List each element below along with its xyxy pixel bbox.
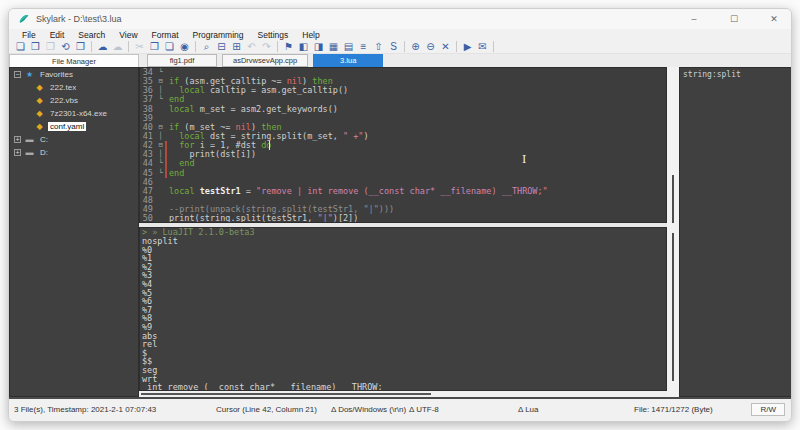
prev-doc-icon[interactable]: ◧	[296, 41, 311, 53]
menu-help[interactable]: Help	[295, 30, 326, 40]
output-console[interactable]: > » LuaJIT 2.1.0-beta3 nosplit%0%1%2%3%4…	[139, 227, 667, 391]
line-list-icon[interactable]: ≡	[356, 41, 371, 53]
search-icon[interactable]: ⌕	[199, 41, 214, 53]
editor-line[interactable]: 44└ end	[140, 159, 666, 168]
copy-icon[interactable]: ❐	[147, 41, 162, 53]
code-token: "remove | int remove (__const char* __fi…	[256, 186, 548, 196]
tree-item-conf.yaml[interactable]: ◆conf.yaml	[10, 120, 138, 133]
console-line: int remove (__const char* __filename) __…	[140, 383, 666, 391]
undo-icon: ↶	[244, 41, 259, 53]
title-bar: Skylark - D:\test\3.lua – ☐ ✕	[9, 9, 791, 29]
tree-item-222.vbs[interactable]: ◆222.vbs	[10, 94, 138, 107]
grid-view-icon[interactable]: ▦	[326, 41, 341, 53]
star-icon: ★	[24, 70, 35, 79]
close-doc-icon[interactable]: ✕	[438, 41, 453, 53]
code-token: m_set = asm2.get_keywords()	[195, 104, 338, 114]
menu-file[interactable]: File	[15, 30, 43, 40]
menu-view[interactable]: View	[112, 30, 144, 40]
editor-scrollbar-thumb[interactable]	[672, 175, 674, 223]
toolbar-group: ☁☁	[95, 41, 125, 53]
console-line: %6	[140, 297, 666, 306]
toolbar-separator	[128, 41, 129, 52]
editor-line[interactable]: 45└end	[140, 169, 666, 178]
revert-file-icon[interactable]: ⟲	[58, 41, 73, 53]
console-line: abs	[140, 332, 666, 341]
toolbar-separator	[277, 41, 278, 52]
tab-3.lua[interactable]: 3.lua	[313, 54, 383, 67]
run-icon[interactable]: ▶	[460, 41, 475, 53]
fold-guide: │	[156, 132, 165, 141]
remove-icon[interactable]: ⊖	[423, 41, 438, 53]
editor-line[interactable]: 38local m_set = asm2.get_keywords()	[140, 105, 666, 114]
status-readwrite[interactable]: R/W	[751, 403, 785, 416]
console-line: %3	[140, 271, 666, 280]
fold-collapse-icon[interactable]: ⊟	[156, 141, 165, 150]
menu-search[interactable]: Search	[71, 30, 112, 40]
tree-item-c:[interactable]: +▬C:	[10, 133, 138, 146]
status-encoding[interactable]: Δ UTF-8	[409, 405, 439, 414]
vertical-scrollbar[interactable]	[667, 67, 679, 397]
status-files-timestamp: 3 File(s), Timestamp: 2021-2-1 07:07:43	[14, 405, 156, 414]
menu-programming[interactable]: Programming	[186, 30, 251, 40]
code-token: calltip = asm.get_calltip()	[205, 85, 348, 95]
tree-item-favorites[interactable]: −★Favorites	[10, 68, 138, 81]
tab-asDrvwsevApp.cpp[interactable]: asDrvwsevApp.cpp	[222, 54, 308, 67]
next-doc-icon[interactable]: ◨	[311, 41, 326, 53]
maximize-button[interactable]: ☐	[727, 14, 741, 24]
record-macro-icon[interactable]: ◉	[177, 41, 192, 53]
add-icon[interactable]: ⊕	[408, 41, 423, 53]
editor-line[interactable]: 50print(string.split(testStr1, "|")[2])	[140, 214, 666, 223]
console-line: %7	[140, 306, 666, 315]
new-file-icon[interactable]: ❏	[13, 41, 28, 53]
paste-icon[interactable]: ❏	[162, 41, 177, 53]
tree-item-label: Favorites	[38, 70, 75, 79]
print-icon[interactable]: ▤	[341, 41, 356, 53]
editor-line[interactable]: 36│ local calltip = asm.get_calltip()	[140, 86, 666, 95]
console-line: seg	[140, 366, 666, 375]
code-token: local	[169, 104, 195, 114]
fold-collapse-icon[interactable]: ⊟	[156, 123, 165, 132]
tab-fig1.pdf[interactable]: fig1.pdf	[147, 54, 217, 67]
close-button[interactable]: ✕	[767, 14, 781, 24]
horizontal-scrollbar-thumb[interactable]	[141, 393, 431, 395]
collapse-icon[interactable]: −	[14, 71, 21, 78]
fold-collapse-icon[interactable]: ⊟	[156, 77, 165, 86]
tree-item-7z2301-x64.exe[interactable]: ◆7z2301-x64.exe	[10, 107, 138, 120]
expand-icon[interactable]: +	[14, 149, 21, 156]
zoom-in-icon[interactable]: ⊞	[229, 41, 244, 53]
cloud-upload-icon[interactable]: ☁	[95, 41, 110, 53]
editor-line[interactable]: 47local testStr1 = "remove | int remove …	[140, 187, 666, 196]
status-line-ending[interactable]: Δ Dos/Windows (\r\n)	[331, 405, 406, 414]
bookmark-icon[interactable]: ⚑	[281, 41, 296, 53]
duplicate-file-icon[interactable]: ❐	[73, 41, 88, 53]
zoom-out-icon[interactable]: ⊟	[214, 41, 229, 53]
feedback-icon[interactable]: ✉	[475, 41, 490, 53]
app-window: Skylark - D:\test\3.lua – ☐ ✕ FileEditSe…	[8, 8, 792, 422]
code-editor[interactable]: 34└35⊟if (asm.get_calltip ~= nil) then36…	[139, 67, 667, 223]
menu-edit[interactable]: Edit	[43, 30, 72, 40]
menu-settings[interactable]: Settings	[251, 30, 296, 40]
script-icon[interactable]: S	[386, 41, 401, 53]
minimize-button[interactable]: –	[687, 14, 701, 24]
export-icon[interactable]: ⇧	[371, 41, 386, 53]
diamond-icon: ◆	[34, 109, 45, 118]
open-folder-icon[interactable]: ❒	[28, 41, 43, 53]
editor-line[interactable]: 43│ print(dst[i])	[140, 150, 666, 159]
toolbar-separator	[195, 41, 196, 52]
expand-icon[interactable]: +	[14, 136, 21, 143]
menu-format[interactable]: Format	[145, 30, 186, 40]
window-controls: – ☐ ✕	[687, 9, 781, 29]
tree-item-222.tex[interactable]: ◆222.tex	[10, 81, 138, 94]
status-language[interactable]: Δ Lua	[518, 405, 538, 414]
status-cursor-position: Cursor (Line 42, Column 21)	[216, 405, 317, 414]
tree-item-d:[interactable]: +▬D:	[10, 146, 138, 159]
file-manager-panel-tab[interactable]: File Manager	[9, 54, 139, 67]
symbol-entry[interactable]: string:split	[680, 68, 792, 79]
redo-icon: ↷	[259, 41, 274, 53]
fold-guide	[156, 187, 165, 196]
fold-guide: └	[156, 95, 165, 104]
status-file-size[interactable]: File: 1471/1272 (Byte)	[634, 405, 713, 414]
console-scrollbar-thumb[interactable]	[672, 233, 674, 381]
document-tabs: fig1.pdfasDrvwsevApp.cpp3.lua	[147, 54, 383, 67]
text-caret	[269, 141, 270, 150]
